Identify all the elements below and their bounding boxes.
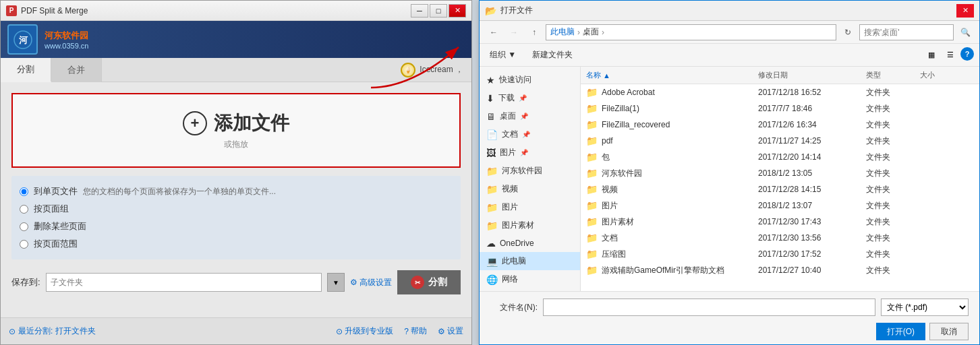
file-date-cell: 2017/11/27 14:25 xyxy=(758,136,866,146)
advanced-settings-button[interactable]: ⚙ 高级设置 xyxy=(350,277,392,288)
recent-split-link[interactable]: ⊙ 最近分割: 打开文件夹 xyxy=(9,325,96,337)
file-type-select[interactable]: 文件 (*.pdf) xyxy=(881,299,969,316)
pdf-main-content: + 添加文件 或拖放 到单页文件 您的文档的每个页面将被保存为一个单独的单页文件… xyxy=(1,82,471,317)
nav-pictures[interactable]: 🖼 图片 📌 xyxy=(480,144,580,162)
network-icon: 🌐 xyxy=(486,274,498,285)
nav-quick-access[interactable]: ★ 快速访问 xyxy=(480,71,580,89)
file-type-cell: 文件夹 xyxy=(866,152,920,163)
table-row[interactable]: 📁 pdf 2017/11/27 14:25 文件夹 xyxy=(581,133,979,149)
table-row[interactable]: 📁 FileZilla(1) 2017/7/7 18:46 文件夹 xyxy=(581,100,979,117)
refresh-button[interactable]: ↻ xyxy=(839,24,857,40)
folder-icon: 📁 xyxy=(586,135,598,146)
table-row[interactable]: 📁 文档 2017/12/30 13:56 文件夹 xyxy=(581,230,979,246)
option-page-range-label: 按页面范围 xyxy=(34,238,78,250)
up-button[interactable]: ↑ xyxy=(525,24,543,40)
cancel-button[interactable]: 取消 xyxy=(929,323,969,340)
nav-images[interactable]: 📁 图片 xyxy=(480,198,580,216)
option-by-group-radio[interactable] xyxy=(20,205,28,214)
nav-onedrive[interactable]: ☁ OneDrive xyxy=(480,234,580,252)
file-type-cell: 文件夹 xyxy=(866,135,920,147)
tab-split[interactable]: 分割 xyxy=(1,58,51,82)
upgrade-button[interactable]: ⊙ 升级到专业版 xyxy=(336,325,393,337)
table-row[interactable]: 📁 游戏辅助GameOfMir引擎帮助文档 2017/12/27 10:40 文… xyxy=(581,262,979,278)
file-type-cell: 文件夹 xyxy=(866,168,920,179)
table-row[interactable]: 📁 图片素材 2017/12/30 17:43 文件夹 xyxy=(581,214,979,230)
table-row[interactable]: 📁 压缩图 2017/12/30 17:52 文件夹 xyxy=(581,246,979,262)
help-button[interactable]: ? 帮助 xyxy=(404,325,427,337)
nav-network[interactable]: 🌐 网络 xyxy=(480,270,580,288)
icecream-icon: 🍦 xyxy=(401,63,415,77)
nav-this-pc[interactable]: 💻 此电脑 xyxy=(480,252,580,270)
file-titlebar-left: 📂 打开文件 xyxy=(485,5,533,16)
file-button-row: 打开(O) 取消 xyxy=(485,320,974,343)
table-row[interactable]: 📁 包 2017/12/20 14:14 文件夹 xyxy=(581,149,979,165)
close-button[interactable]: ✕ xyxy=(449,4,466,18)
breadcrumb-bar: 此电脑 › 桌面 › xyxy=(546,24,836,40)
nav-video[interactable]: 📁 视频 xyxy=(480,180,580,198)
folder-icon: 📁 xyxy=(586,232,598,243)
table-row[interactable]: 📁 Adobe Acrobat 2017/12/18 16:52 文件夹 xyxy=(581,84,979,100)
file-name-cell: FileZilla(1) xyxy=(602,104,639,113)
file-dialog-close-button[interactable]: ✕ xyxy=(956,4,974,18)
table-row[interactable]: 📁 图片 2018/1/2 13:07 文件夹 xyxy=(581,197,979,214)
option-page-range-radio[interactable] xyxy=(20,240,28,249)
pdf-tabs: 分割 合并 🍦 Icecream ， xyxy=(1,58,471,82)
search-button[interactable]: 🔍 xyxy=(956,24,974,40)
add-file-label: 添加文件 xyxy=(214,111,289,136)
file-date-cell: 2017/7/7 18:46 xyxy=(758,104,866,113)
tab-merge[interactable]: 合并 xyxy=(51,58,102,82)
file-date-cell: 2017/12/28 14:15 xyxy=(758,185,866,194)
option-delete-pages-radio[interactable] xyxy=(20,222,28,231)
minimize-button[interactable]: ─ xyxy=(411,4,428,18)
nav-downloads[interactable]: ⬇ 下载 📌 xyxy=(480,89,580,107)
desktop-icon: 🖥 xyxy=(486,111,496,122)
file-name-input[interactable] xyxy=(543,299,875,316)
settings-button[interactable]: ⚙ 设置 xyxy=(438,325,463,337)
nav-hedong[interactable]: 📁 河东软件园 xyxy=(480,162,580,180)
col-header-size[interactable]: 大小 xyxy=(920,70,974,80)
table-row[interactable]: 📁 河东软件园 2018/1/2 13:05 文件夹 xyxy=(581,165,979,181)
save-area: 保存到: ▼ ⚙ 高级设置 ✂ 分割 xyxy=(11,270,461,294)
view-details-button[interactable]: ☰ xyxy=(942,47,959,63)
icecream-label: Icecream ， xyxy=(420,64,463,75)
documents-icon: 📄 xyxy=(486,129,498,140)
file-type-cell: 文件夹 xyxy=(866,232,920,244)
nav-pin-icon4: 📌 xyxy=(520,149,528,156)
open-button[interactable]: 打开(O) xyxy=(876,323,925,340)
file-name-cell: 文档 xyxy=(602,232,618,244)
hedong-icon: 📁 xyxy=(486,166,498,177)
nav-desktop[interactable]: 🖥 桌面 📌 xyxy=(480,107,580,125)
save-dropdown-button[interactable]: ▼ xyxy=(327,273,345,292)
nav-pin-icon: 📌 xyxy=(519,94,527,102)
maximize-button[interactable]: □ xyxy=(430,4,447,18)
options-area: 到单页文件 您的文档的每个页面将被保存为一个单独的单页文件... 按页面组 删除… xyxy=(11,176,461,259)
back-button[interactable]: ← xyxy=(485,24,502,40)
folder-icon: 📁 xyxy=(586,168,598,179)
split-button[interactable]: ✂ 分割 xyxy=(397,270,461,294)
file-action-toolbar: 组织 ▼ 新建文件夹 ▦ ☰ ? xyxy=(480,44,979,67)
breadcrumb-desktop[interactable]: 桌面 xyxy=(583,26,599,38)
save-path-input[interactable] xyxy=(46,273,322,292)
col-header-type[interactable]: 类型 xyxy=(866,70,920,80)
search-input[interactable] xyxy=(859,24,954,40)
new-folder-button[interactable]: 新建文件夹 xyxy=(526,47,579,63)
col-header-date[interactable]: 修改日期 xyxy=(758,70,866,80)
nav-image-material[interactable]: 📁 图片素材 xyxy=(480,216,580,234)
nav-documents[interactable]: 📄 文档 📌 xyxy=(480,125,580,144)
option-single-page: 到单页文件 您的文档的每个页面将被保存为一个单独的单页文件... xyxy=(20,183,453,200)
table-row[interactable]: 📁 FileZilla_recovered 2017/12/6 16:34 文件… xyxy=(581,117,979,133)
file-date-cell: 2017/12/30 13:56 xyxy=(758,233,866,243)
option-single-page-radio[interactable] xyxy=(20,187,28,196)
forward-button[interactable]: → xyxy=(505,24,523,40)
folder-icon: 📁 xyxy=(586,87,598,98)
organize-button[interactable]: 组织 ▼ xyxy=(485,47,521,63)
quick-access-icon: ★ xyxy=(486,75,495,86)
file-type-cell: 文件夹 xyxy=(866,103,920,115)
dialog-help-button[interactable]: ? xyxy=(960,47,974,61)
view-mode-button[interactable]: ▦ xyxy=(923,47,940,63)
folder-icon: 📁 xyxy=(586,265,598,276)
breadcrumb-pc[interactable]: 此电脑 xyxy=(550,26,575,38)
col-header-name[interactable]: 名称 ▲ xyxy=(586,70,758,80)
table-row[interactable]: 📁 视频 2017/12/28 14:15 文件夹 xyxy=(581,181,979,197)
add-file-area[interactable]: + 添加文件 或拖放 xyxy=(11,93,461,168)
